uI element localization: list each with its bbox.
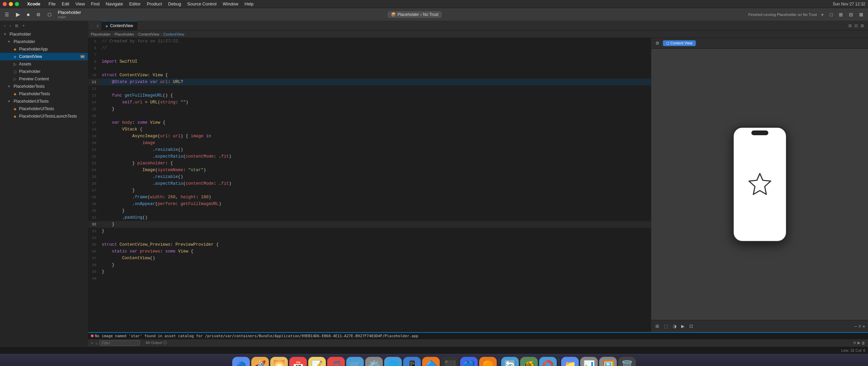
dock-icon-simulator[interactable]: 📱 (403, 357, 421, 366)
sidebar-item-placeholderuitests-group[interactable]: ▼ PlaceholderUITests (0, 98, 88, 105)
sidebar-filter[interactable]: ⊞ (14, 23, 20, 29)
zoom-out-btn[interactable]: − (854, 324, 857, 329)
swift-file-icon: ◈ (12, 46, 18, 52)
console-start-btn[interactable]: ▶ (857, 341, 860, 345)
add-button[interactable]: + (819, 11, 826, 19)
sidebar-item-placeholdertests-group[interactable]: ▼ PlaceholderTests (0, 83, 88, 90)
line-content: .padding() (100, 214, 651, 221)
dock-icon-finder2[interactable]: 📁 (561, 357, 579, 366)
sidebar-item-placeholder-root[interactable]: ▼ Placeholder (0, 30, 88, 38)
menu-find[interactable]: Find (88, 1, 102, 7)
breadcrumb-file[interactable]: ContentView (138, 32, 159, 36)
breadcrumb-sep1: › (112, 32, 113, 36)
dock-icon-app4[interactable]: 🖼️ (599, 357, 617, 366)
preview-settings-btn[interactable]: ⚙ (654, 40, 661, 46)
maximize-button[interactable] (15, 2, 19, 6)
line-content: // Created by Yura on 11/27/22. (100, 38, 651, 45)
code-line-8: 8 import SwiftUI (88, 58, 651, 65)
dock-icon-app3[interactable]: 📊 (580, 357, 598, 366)
scheme-selector[interactable]: 📦 Placeholder › No Trust (388, 11, 442, 18)
nav-forward-btn[interactable]: › (95, 23, 100, 29)
sidebar-nav-back[interactable]: ‹ (3, 23, 7, 29)
dock-icon-migrate[interactable]: 🔄 (501, 357, 519, 366)
sidebar-item-placeholder-file[interactable]: ◻ Placeholder (0, 68, 88, 75)
stop-button[interactable]: ■ (25, 11, 32, 19)
run-button[interactable]: ▶ (14, 11, 22, 18)
dock-icon-photos[interactable]: 🌅 (270, 357, 288, 366)
dock-icon-terminal[interactable]: ⬛ (441, 357, 459, 366)
dock-icon-blender2[interactable]: 🟠 (479, 357, 497, 366)
menu-items: File Edit View Find Navigate Editor Prod… (46, 1, 256, 7)
preview-orientation-btn[interactable]: ⬚ (663, 323, 669, 329)
preview-inspect-btn[interactable]: ⊡ (688, 323, 694, 329)
zoom-fit-btn[interactable]: = (859, 324, 861, 329)
dock-icon-notes[interactable]: 📝 (308, 357, 326, 366)
console-add-btn[interactable]: + (91, 341, 93, 345)
close-button[interactable] (3, 2, 7, 6)
line-number: 20 (88, 140, 100, 146)
dock-icon-circle[interactable]: ⭕ (539, 357, 557, 366)
minimize-button[interactable] (9, 2, 13, 6)
breakpoint-btn[interactable]: ⬡ (45, 11, 54, 19)
line-number: 13 (88, 92, 100, 99)
sidebar-item-placeholderuitests[interactable]: ◈ PlaceholderUITests (0, 105, 88, 113)
sidebar-item-placeholdertests[interactable]: ◈ PlaceholderTests (0, 90, 88, 98)
breadcrumb-group[interactable]: Placeholder (115, 32, 134, 36)
preview-color-btn[interactable]: ◑ (671, 323, 678, 329)
nav-back-btn[interactable]: ‹ (90, 23, 94, 29)
menu-product[interactable]: Product (144, 1, 165, 7)
sidebar-nav-forward[interactable]: › (8, 23, 12, 29)
dock-icon-app2[interactable]: 🐠 (520, 357, 538, 366)
sidebar-item-preview-content[interactable]: ▷ Preview Content (0, 75, 88, 83)
sidebar-item-placeholderapp[interactable]: ◈ PlaceholderApp (0, 45, 88, 53)
dock-icon-blender[interactable]: 🔷 (422, 357, 440, 366)
zoom-in-btn[interactable]: + (863, 324, 865, 329)
menu-help[interactable]: Help (242, 1, 256, 7)
code-editor[interactable]: 5 // Created by Yura on 11/27/22. 6 // 7… (88, 38, 651, 332)
sidebar-item-contentview[interactable]: ◈ ContentView M (0, 53, 88, 60)
panel-button[interactable]: ⊠ (857, 11, 865, 19)
menu-edit[interactable]: Edit (59, 1, 72, 7)
dock-icon-appstore[interactable]: 🛒 (346, 357, 364, 366)
dock-icon-chrome[interactable]: 🌐 (384, 357, 402, 366)
dock-icon-finder[interactable]: 🔵 (232, 357, 250, 366)
sidebar-item-label: PlaceholderUITests (14, 99, 48, 104)
inspector-button[interactable]: ⊞ (837, 11, 845, 19)
menu-view[interactable]: View (73, 1, 87, 7)
library-button[interactable]: □ (828, 11, 835, 19)
build-btn[interactable]: ⚙ (34, 11, 43, 19)
editor-options-btn[interactable]: ⊟ (853, 23, 859, 29)
preview-run-btn[interactable]: ▶ (680, 323, 686, 329)
menu-debug[interactable]: Debug (165, 1, 184, 7)
menu-file[interactable]: File (46, 1, 58, 7)
preview-device-btn[interactable]: ⊞ (654, 323, 660, 329)
dock-icon-music[interactable]: 🎵 (327, 357, 345, 366)
menu-editor[interactable]: Editor (126, 1, 143, 7)
line-number: 7 (88, 52, 100, 58)
breadcrumb-symbol[interactable]: ContentView (163, 32, 184, 36)
dock-icon-sysprefs[interactable]: ⚙️ (365, 357, 383, 366)
sidebar-item-placeholder-group[interactable]: ▼ Placeholder (0, 38, 88, 45)
dock-icon-trash[interactable]: 🗑️ (618, 357, 636, 366)
dock-icon-calendar[interactable]: 📅 (289, 357, 307, 366)
sidebar-toggle-btn[interactable]: ☰ (3, 11, 11, 19)
console-clear-btn[interactable]: ⊘ (853, 341, 856, 345)
sidebar-item-assets[interactable]: ▷ Assets (0, 60, 88, 68)
console-filter-input[interactable] (99, 340, 140, 346)
preview-tab-active[interactable]: ◻ Content View (663, 40, 696, 46)
dock-icon-vscode[interactable]: 💙 (460, 357, 478, 366)
tab-contentview[interactable]: ◈ ContentView (101, 21, 138, 30)
breadcrumb-root[interactable]: Placeholder (91, 32, 111, 36)
canvas-btn[interactable]: ⊠ (859, 23, 865, 29)
debug-button[interactable]: ⊟ (847, 11, 855, 19)
menu-source-control[interactable]: Source Control (184, 1, 219, 7)
line-content: Image(systemName: "star") (100, 167, 651, 174)
sidebar-item-placeholderuitestslaunch[interactable]: ◈ PlaceholderUITestsLaunchTests (0, 113, 88, 120)
sidebar-add[interactable]: + (21, 23, 26, 29)
menu-window[interactable]: Window (220, 1, 241, 7)
menu-navigate[interactable]: Navigate (103, 1, 126, 7)
split-pane-btn[interactable]: ⊞ (847, 23, 853, 29)
console-trash-btn[interactable]: 🗑 (862, 341, 865, 345)
dock-icon-launchpad[interactable]: 🚀 (251, 357, 269, 366)
line-number: 33 (88, 228, 100, 235)
